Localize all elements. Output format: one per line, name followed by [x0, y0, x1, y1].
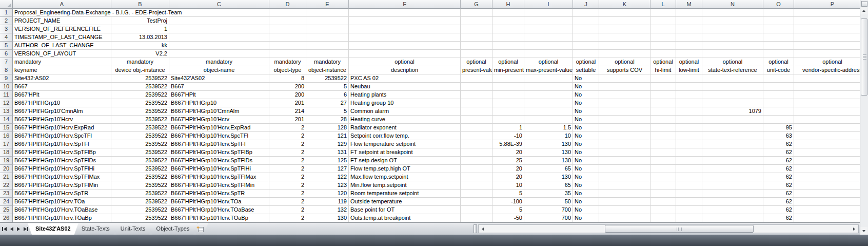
cell-D18[interactable]: 2 — [269, 148, 306, 157]
cell-C5[interactable] — [169, 42, 269, 50]
cell-H14[interactable] — [492, 116, 524, 124]
cell-J24[interactable]: No — [573, 198, 599, 206]
cell-L20[interactable] — [650, 165, 676, 173]
cell-K10[interactable] — [599, 83, 650, 91]
cell-C24[interactable]: B667'HPlt'HGrp10'Hcrv.TOa — [169, 198, 269, 206]
cell-F8[interactable]: description — [349, 66, 461, 74]
cell-P22[interactable] — [794, 181, 860, 190]
cell-O12[interactable] — [763, 99, 794, 107]
cell-G10[interactable] — [461, 83, 492, 91]
cell-H11[interactable] — [492, 91, 524, 99]
cell-F6[interactable] — [349, 50, 461, 58]
cell-O9[interactable] — [763, 74, 794, 83]
cell-D24[interactable]: 2 — [269, 198, 306, 206]
cell-A15[interactable]: B667'HPlt'HGrp10'Hcrv.ExpRad — [13, 124, 111, 132]
cell-H9[interactable] — [492, 74, 524, 83]
cell-P16[interactable] — [794, 132, 860, 140]
cell-N16[interactable] — [702, 132, 763, 140]
cell-G8[interactable]: present-value-default — [461, 66, 492, 74]
cell-H16[interactable]: -10 — [492, 132, 524, 140]
cell-C4[interactable] — [169, 33, 269, 42]
cell-O4[interactable] — [763, 33, 794, 42]
cell-K26[interactable] — [599, 214, 650, 222]
row-header-6[interactable]: 6 — [0, 50, 13, 58]
cell-L2[interactable] — [650, 17, 676, 25]
column-header-J[interactable]: J — [573, 0, 599, 9]
cell-L24[interactable] — [650, 198, 676, 206]
cell-B10[interactable]: 2539522 — [111, 83, 169, 91]
cell-I24[interactable]: 50 — [524, 198, 573, 206]
cell-F19[interactable]: FT setp.design OT — [349, 157, 461, 165]
cell-F13[interactable]: Common alarm — [349, 107, 461, 116]
cell-G20[interactable] — [461, 165, 492, 173]
cell-O22[interactable]: 62 — [763, 181, 794, 190]
cell-M4[interactable] — [676, 33, 702, 42]
cell-A25[interactable]: B667'HPlt'HGrp10'Hcrv.TOaBase — [13, 206, 111, 214]
row-header-16[interactable]: 16 — [0, 132, 13, 140]
cell-G1[interactable] — [461, 9, 492, 17]
cell-D2[interactable] — [269, 17, 306, 25]
cell-C18[interactable]: B667'HPlt'HGrp10'Hcrv.SpTFlBp — [169, 148, 269, 157]
cell-E5[interactable] — [306, 42, 349, 50]
cell-E13[interactable]: 5 — [306, 107, 349, 116]
cell-M18[interactable] — [676, 148, 702, 157]
cell-O26[interactable]: 62 — [763, 214, 794, 222]
cell-B2[interactable]: TestProj — [111, 17, 169, 25]
cell-B8[interactable]: device obj.-instance — [111, 66, 169, 74]
row-header-20[interactable]: 20 — [0, 165, 13, 173]
cell-G15[interactable] — [461, 124, 492, 132]
cell-D22[interactable]: 2 — [269, 181, 306, 190]
cell-A13[interactable]: B667'HPlt'HGrp10'CmnAlm — [13, 107, 111, 116]
cell-L23[interactable] — [650, 190, 676, 198]
cell-K11[interactable] — [599, 91, 650, 99]
column-header-B[interactable]: B — [111, 0, 169, 9]
scroll-right-button[interactable] — [850, 225, 858, 233]
cell-N23[interactable] — [702, 190, 763, 198]
cell-L12[interactable] — [650, 99, 676, 107]
cell-J12[interactable]: No — [573, 99, 599, 107]
row-header-26[interactable]: 26 — [0, 214, 13, 222]
cell-K22[interactable] — [599, 181, 650, 190]
cell-D19[interactable]: 2 — [269, 157, 306, 165]
cell-E24[interactable]: 119 — [306, 198, 349, 206]
cell-G21[interactable] — [461, 173, 492, 181]
cell-A23[interactable]: B667'HPlt'HGrp10'Hcrv.SpTR — [13, 190, 111, 198]
cell-M24[interactable] — [676, 198, 702, 206]
cell-A3[interactable]: VERSION_OF_REFERENCEFILE — [13, 25, 111, 33]
cell-L8[interactable]: hi-limit — [650, 66, 676, 74]
column-header-C[interactable]: C — [169, 0, 269, 9]
cell-J11[interactable]: No — [573, 91, 599, 99]
cell-A14[interactable]: B667'HPlt'HGrp10'Hcrv — [13, 116, 111, 124]
cell-K7[interactable]: optional — [599, 58, 650, 66]
column-header-F[interactable]: F — [349, 0, 461, 9]
cell-F17[interactable]: Flow temperature setpoint — [349, 140, 461, 148]
cell-B26[interactable]: 2539522 — [111, 214, 169, 222]
cell-C15[interactable]: B667'HPlt'HGrp10'Hcrv.ExpRad — [169, 124, 269, 132]
cell-G14[interactable] — [461, 116, 492, 124]
cell-I20[interactable]: 65 — [524, 165, 573, 173]
cell-C10[interactable]: B667 — [169, 83, 269, 91]
cell-B6[interactable]: V2.2 — [111, 50, 169, 58]
cell-K25[interactable] — [599, 206, 650, 214]
row-header-24[interactable]: 24 — [0, 198, 13, 206]
cell-D25[interactable]: 2 — [269, 206, 306, 214]
cell-K13[interactable] — [599, 107, 650, 116]
cell-G16[interactable] — [461, 132, 492, 140]
cell-A7[interactable]: mandatory — [13, 58, 111, 66]
cell-M26[interactable] — [676, 214, 702, 222]
cell-B22[interactable]: 2539522 — [111, 181, 169, 190]
cell-O14[interactable] — [763, 116, 794, 124]
cell-I10[interactable] — [524, 83, 573, 91]
cell-P5[interactable] — [794, 42, 860, 50]
cell-K23[interactable] — [599, 190, 650, 198]
cell-A12[interactable]: B667'HPlt'HGrp10 — [13, 99, 111, 107]
cell-K12[interactable] — [599, 99, 650, 107]
cell-M12[interactable] — [676, 99, 702, 107]
cell-K14[interactable] — [599, 116, 650, 124]
cell-B3[interactable]: 1 — [111, 25, 169, 33]
cell-P19[interactable] — [794, 157, 860, 165]
cell-A26[interactable]: B667'HPlt'HGrp10'Hcrv.TOaBp — [13, 214, 111, 222]
cell-E26[interactable]: 130 — [306, 214, 349, 222]
cell-O13[interactable] — [763, 107, 794, 116]
cell-M1[interactable] — [676, 9, 702, 17]
